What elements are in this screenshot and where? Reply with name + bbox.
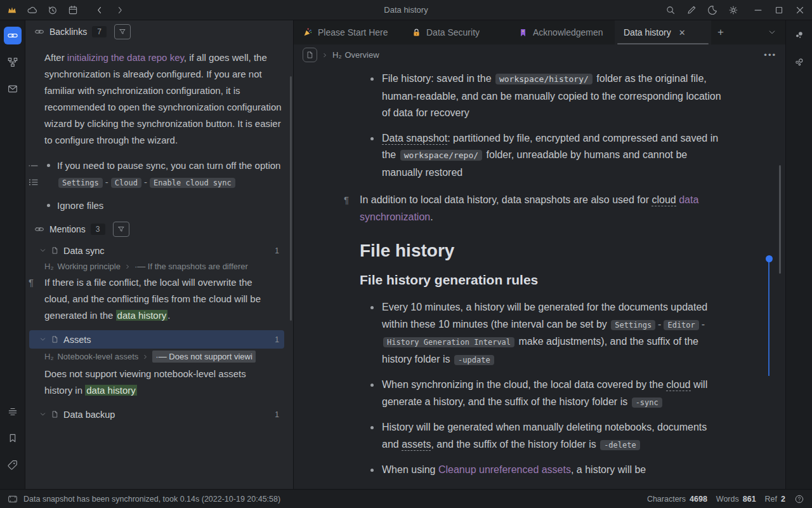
backlinks-title: Backlinks [49, 27, 87, 37]
editor-scrollbar[interactable] [779, 165, 781, 274]
kbd-enable-cloud-sync: Enable cloud sync [150, 178, 235, 188]
dock-graph-view-button[interactable] [790, 27, 808, 44]
list-item-data-snapshot[interactable]: Data snapshot: partitioned by file, encr… [360, 130, 724, 182]
mentions-filter-button[interactable] [113, 222, 129, 237]
chevron-right-icon [322, 52, 328, 58]
right-dock [785, 20, 812, 489]
chevron-down-icon[interactable] [39, 336, 46, 343]
words-value: 861 [743, 495, 756, 504]
data-history-icon[interactable] [47, 4, 58, 16]
mention-doc-row-data-backup[interactable]: Data backup 1 [29, 405, 284, 424]
block-ref-link[interactable]: initializing the data repo key [67, 52, 184, 63]
settings-gear-icon[interactable] [728, 4, 739, 16]
virtual-ref[interactable]: cloud [652, 194, 676, 206]
tab-data-history[interactable]: Data history ✕ [615, 20, 711, 44]
characters-value: 4698 [690, 495, 707, 504]
close-icon[interactable] [794, 4, 806, 16]
kbd-settings: Settings [58, 178, 103, 188]
mention-doc-row-data-sync[interactable]: Data sync 1 [29, 241, 284, 260]
kbd-sync-suffix: -sync [632, 398, 662, 408]
document-content[interactable]: File history: saved in the workspace/his… [294, 65, 785, 489]
crumb-leaf: ·— If the snapshots are differer [134, 262, 248, 271]
dock-backlinks-button[interactable] [4, 27, 22, 44]
paragraph-gutter-icon[interactable]: ¶ [344, 192, 349, 209]
heading-file-history[interactable]: File history [360, 239, 724, 262]
tab-acknowledgements[interactable]: Acknowledgemen [509, 20, 615, 44]
mention-paragraph[interactable]: Does not support viewing notebook-level … [44, 366, 277, 399]
more-options-icon[interactable]: ••• [764, 50, 776, 60]
titlebar-right-buttons [665, 4, 806, 16]
new-tab-button[interactable]: + [711, 26, 730, 39]
status-message-group: Data snapshot has been synchronized, too… [8, 495, 280, 504]
dock-bookmark-button[interactable] [4, 429, 22, 447]
left-panel-scrollbar[interactable] [290, 76, 292, 321]
kbd-delete-suffix: -delete [600, 440, 640, 450]
list-gutter-icon[interactable] [28, 175, 41, 192]
text: When synchronizing in the cloud, the loc… [382, 379, 666, 390]
list-item-cleanup-assets[interactable]: When using Cleanup unreferenced assets, … [360, 462, 724, 479]
chevron-down-icon[interactable] [39, 411, 46, 418]
backlink-list-item[interactable]: If you need to pause sync, you can turn … [44, 157, 282, 191]
virtual-ref[interactable]: Data snapshot [382, 133, 447, 145]
virtual-ref[interactable]: cloud [666, 379, 690, 391]
tab-please-start-here[interactable]: Please Start Here [294, 20, 403, 44]
crown-icon[interactable] [6, 4, 18, 16]
edit-pencil-icon[interactable] [686, 4, 697, 16]
maximize-icon[interactable] [773, 4, 785, 16]
dock-outline-button[interactable] [4, 403, 22, 420]
go-back-icon[interactable] [94, 4, 105, 16]
block-ref-link[interactable]: Cleanup unreferenced assets [438, 464, 571, 475]
search-icon[interactable] [665, 4, 676, 16]
backlink-list-item[interactable]: Ignore files [44, 197, 282, 214]
cloud-sync-icon[interactable] [27, 4, 38, 16]
lock-icon [412, 28, 421, 37]
breadcrumb-title[interactable]: Overview [344, 50, 379, 60]
backlinks-filter-button[interactable] [114, 24, 131, 39]
highlight-data-history: data history [85, 385, 137, 396]
dash-gutter-icon[interactable] [28, 159, 41, 175]
paragraph-cloud-sync[interactable]: ¶In addition to local data history, data… [360, 192, 724, 225]
crumb-heading: Notebook-level assets [57, 352, 138, 361]
dock-graph-button[interactable] [4, 53, 22, 71]
list-item-cloud-sync-history[interactable]: When synchronizing in the cloud, the loc… [360, 377, 724, 411]
mention-doc-row-assets[interactable]: Assets 1 [29, 330, 284, 349]
titlebar[interactable]: Data history [0, 0, 812, 20]
mention-chain-icon [34, 224, 44, 234]
text: , if all goes well, the synchronization … [44, 52, 282, 145]
doc-count: 1 [275, 335, 279, 344]
document-text-column: File history: saved in the workspace/his… [360, 70, 724, 479]
list-item-every-10-minutes[interactable]: Every 10 minutes, a history will be gene… [360, 299, 724, 368]
app-window: Data history [0, 0, 812, 508]
mention-paragraph[interactable]: ¶If there is a file conflict, the local … [44, 274, 277, 324]
minimize-icon[interactable] [752, 4, 764, 16]
kbd-settings: Settings [611, 320, 655, 330]
bullet-marker [44, 197, 57, 214]
heading-generation-rules[interactable]: File history generation rules [360, 271, 724, 289]
go-forward-icon[interactable] [114, 4, 126, 16]
mention-breadcrumb[interactable]: H₂ Working principle ·— If the snapshots… [44, 262, 279, 271]
doc-icon-button[interactable] [303, 48, 317, 62]
dock-tag-button[interactable] [4, 456, 22, 474]
tab-list-chevron-icon[interactable] [768, 28, 776, 37]
tab-data-security[interactable]: Data Security [403, 20, 509, 44]
list-item-delete-history[interactable]: History will be generated when manually … [360, 419, 724, 453]
daily-note-icon[interactable] [67, 4, 79, 16]
paragraph-gutter-icon[interactable]: ¶ [29, 274, 34, 291]
text: , a history will be [571, 464, 646, 475]
dock-inbox-button[interactable] [4, 80, 22, 98]
chevron-down-icon[interactable] [39, 247, 46, 254]
tab-label: Data Security [426, 27, 480, 37]
theme-moon-icon[interactable] [707, 4, 718, 16]
virtual-ref[interactable]: assets [402, 439, 431, 451]
mention-breadcrumb[interactable]: H₂ Notebook-level assets ·— Does not sup… [44, 351, 279, 363]
tab-close-icon[interactable]: ✕ [679, 28, 686, 37]
help-icon[interactable] [794, 494, 804, 504]
text: In addition to local data history, data … [360, 194, 652, 205]
left-dock-bottom [4, 403, 22, 483]
dock-global-graph-button[interactable] [790, 53, 808, 71]
backlink-paragraph[interactable]: After initializing the data repo key, if… [44, 50, 282, 149]
list-item-file-history[interactable]: File history: saved in the workspace/his… [360, 70, 724, 122]
separator: - [105, 177, 108, 187]
titlebar-left-buttons [6, 4, 126, 16]
mail-inbox-icon [7, 83, 18, 95]
